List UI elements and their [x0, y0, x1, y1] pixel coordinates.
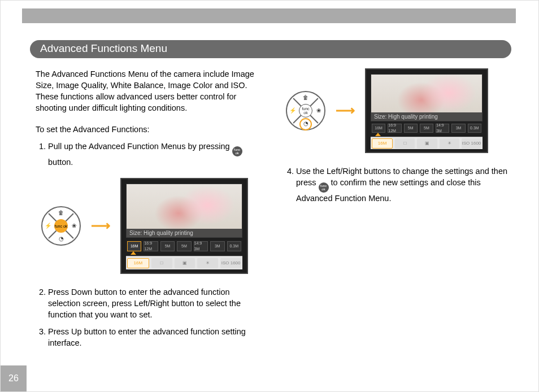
func-item: ▣: [417, 138, 437, 149]
flash-icon: ⚡: [289, 107, 297, 115]
trash-icon: 🗑: [57, 209, 65, 217]
function-row-1: 16M □ ▣ ☀ ISO 1600: [126, 256, 242, 269]
func-item: ☀: [440, 138, 459, 149]
selection-triangle-icon: [131, 251, 136, 255]
dpad-center-func-ok: func ok: [54, 219, 68, 233]
size-option: 3M: [451, 124, 465, 133]
step-list-left-cont: Press Down button to enter the advanced …: [36, 286, 263, 349]
size-options-strip-2: 16M 16:9 12M 5M 5M 14:9 3M 3M 0.3M: [371, 123, 483, 134]
func-ok-icon: func ok: [319, 182, 329, 193]
size-option: 14:9 3M: [436, 124, 449, 133]
step-list-right: Use the Left/Right buttons to change the…: [284, 165, 511, 204]
dpad-diagram-1: 🗑 ◔ ⚡ ❀ func ok: [41, 206, 81, 246]
func-item: ISO 1600: [220, 258, 241, 268]
size-option: 3M: [210, 241, 224, 251]
arrow-right-icon: ⟶: [91, 216, 110, 235]
func-ok-icon: func ok: [232, 146, 242, 156]
timer-icon: ◔: [302, 120, 310, 128]
func-item: □: [395, 138, 415, 149]
dpad-diagram-2: 🗑 ◔ ⚡ ❀ func ok: [286, 91, 325, 130]
size-option: 14:9 3M: [194, 241, 208, 251]
size-option: 16:9 12M: [144, 241, 158, 251]
step-1-text-b: button.: [48, 158, 73, 167]
screen-caption-1: Size: High quality printing: [126, 229, 242, 238]
screen-caption-2: Size: High quality printing: [371, 112, 483, 121]
size-option: 5M: [160, 241, 175, 251]
figure-2: 🗑 ◔ ⚡ ❀ func ok ⟶ Size: High quality pri…: [286, 68, 511, 153]
section-title: Advanced Functions Menu: [30, 40, 511, 57]
func-item: 16M: [372, 138, 393, 149]
func-item: ▣: [175, 258, 195, 268]
trash-icon: 🗑: [302, 94, 310, 102]
step-4: Use the Left/Right buttons to change the…: [296, 165, 511, 204]
figure-1: 🗑 ◔ ⚡ ❀ func ok ⟶ Size: High quality pri…: [41, 178, 263, 274]
flash-icon: ⚡: [44, 222, 52, 230]
step-1: Pull up the Advanced Function Menus by p…: [48, 141, 263, 168]
dpad-center-func-ok: func ok: [299, 104, 312, 117]
size-option: 0.3M: [227, 241, 241, 251]
step-list-left: Pull up the Advanced Function Menus by p…: [36, 141, 263, 168]
size-option: 0.3M: [468, 124, 481, 133]
size-option: 16M: [127, 241, 141, 251]
page-number: 26: [1, 365, 27, 391]
macro-icon: ❀: [70, 222, 78, 230]
camera-screen-2: Size: High quality printing 16M 16:9 12M…: [365, 68, 488, 153]
size-option: 5M: [420, 124, 433, 133]
step-3: Press Up button to enter the advanced fu…: [48, 326, 263, 349]
right-column: 🗑 ◔ ⚡ ❀ func ok ⟶ Size: High quality pri…: [284, 68, 511, 369]
step-2: Press Down button to enter the advanced …: [48, 286, 263, 320]
func-item: ☀: [197, 258, 218, 268]
selection-triangle-icon: [375, 133, 381, 136]
left-column: The Advanced Functions Menu of the camer…: [36, 68, 263, 369]
size-option: 16M: [372, 124, 385, 133]
func-item: ISO 1600: [462, 138, 481, 149]
step-1-text-a: Pull up the Advanced Function Menus by p…: [48, 142, 232, 151]
size-option: 5M: [177, 241, 191, 251]
header-bar: [22, 8, 516, 23]
intro-paragraph: The Advanced Functions Menu of the camer…: [36, 68, 263, 114]
content-columns: The Advanced Functions Menu of the camer…: [36, 68, 511, 369]
function-row-2: 16M □ ▣ ☀ ISO 1600: [371, 137, 483, 149]
manual-page: Advanced Functions Menu The Advanced Fun…: [0, 0, 539, 392]
macro-icon: ❀: [315, 107, 323, 115]
section-title-pill: Advanced Functions Menu: [30, 40, 511, 58]
size-options-strip-1: 16M 16:9 12M 5M 5M 14:9 3M 3M 0.3M: [126, 240, 242, 252]
func-item: □: [151, 258, 172, 268]
func-item: 16M: [127, 258, 149, 268]
instruction-subhead: To set the Advanced Functions:: [36, 124, 263, 135]
size-option: 5M: [404, 124, 418, 133]
camera-screen-1: Size: High quality printing 16M 16:9 12M…: [120, 178, 248, 274]
arrow-right-icon: ⟶: [336, 101, 355, 120]
timer-icon: ◔: [57, 235, 65, 243]
size-option: 16:9 12M: [388, 124, 401, 133]
